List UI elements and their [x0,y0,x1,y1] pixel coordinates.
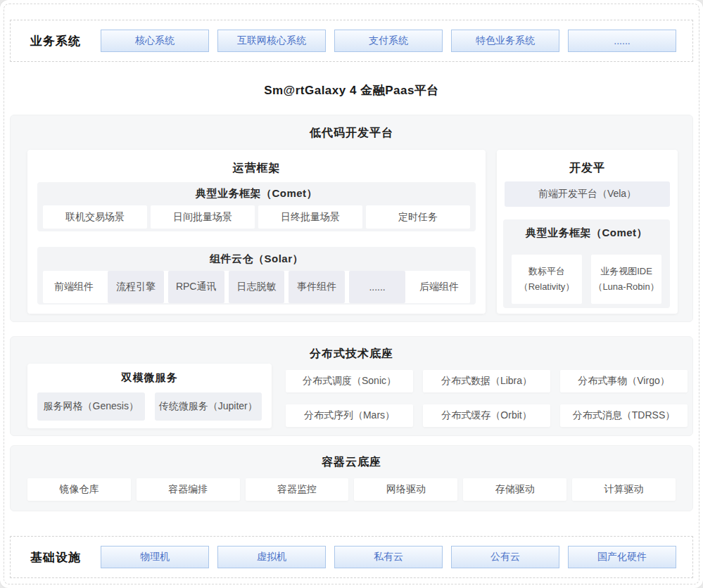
business-systems-chips: 核心系统 互联网核心系统 支付系统 特色业务系统 ...... [101,30,676,52]
container-cloud-title: 容器云底座 [11,446,692,470]
low-code-platform-title: 低代码开发平台 [11,115,692,141]
item-storage-driver: 存储驱动 [463,478,566,501]
distributed-services-grid: 分布式调度（Sonic） 分布式数据（Libra） 分布式事物（Virgo） 分… [286,370,688,427]
dev-platform-title: 开发平 [497,150,678,176]
item-scheduled-tasks: 定时任务 [366,205,470,229]
container-cloud-items: 镜像仓库 容器编排 容器监控 网络驱动 存储驱动 计算驱动 [27,478,676,501]
chip-more-components: ...... [349,271,405,303]
chip-special-business-system: 特色业务系统 [451,30,559,52]
business-systems-label: 业务系统 [11,33,101,49]
architecture-diagram: 业务系统 核心系统 互联网核心系统 支付系统 特色业务系统 ...... Sm@… [0,0,703,588]
chip-private-cloud: 私有云 [334,546,443,568]
chip-physical-machine: 物理机 [101,546,209,568]
chip-log-masking: 日志脱敏 [229,271,285,303]
item-distributed-sequence-mars: 分布式序列（Mars） [286,404,413,427]
item-online-trading: 联机交易场景 [43,205,147,229]
container-cloud-section: 容器云底座 镜像仓库 容器编排 容器监控 网络驱动 存储驱动 计算驱动 [10,445,693,511]
chip-public-cloud: 公有云 [451,546,559,568]
item-backend-components: 后端组件 [408,271,470,303]
chip-rpc-communication: RPC通讯 [168,271,224,303]
comet-framework-panel: 典型业务框架（Comet） 联机交易场景 日间批量场景 日终批量场景 定时任务 [37,182,476,231]
solar-component-panel: 组件云仓（Solar） 前端组件 流程引擎 RPC通讯 日志脱敏 事件组件 ..… [37,247,476,305]
platform-title: Sm@rtGalaxy 4 金融Paas平台 [0,82,703,98]
item-compute-driver: 计算驱动 [572,478,676,501]
item-distributed-scheduling-sonic: 分布式调度（Sonic） [286,370,413,392]
item-distributed-cache-orbit: 分布式缓存（Orbit） [423,404,550,427]
item-image-registry: 镜像仓库 [27,478,131,501]
dev-comet-title: 典型业务框架（Comet） [503,219,670,240]
low-code-platform-section: 低代码开发平台 运营框架 典型业务框架（Comet） 联机交易场景 日间批量场景… [10,115,693,322]
item-distributed-messaging-tdrss: 分布式消息（TDRSS） [560,404,688,427]
chip-payment-system: 支付系统 [334,30,443,52]
distributed-base-title: 分布式技术底座 [11,337,692,362]
relativity-code: （Relativity） [519,279,575,295]
chip-more-systems: ...... [568,30,676,52]
operation-framework-title: 运营框架 [27,150,486,176]
dev-comet-panel: 典型业务框架（Comet） 数标平台 （Relativity） 业务视图IDE … [503,219,670,308]
solar-component-bar: 前端组件 流程引擎 RPC通讯 日志脱敏 事件组件 ...... 后端组件 [43,271,470,303]
dual-mode-title: 双模微服务 [27,364,272,385]
comet-framework-items: 联机交易场景 日间批量场景 日终批量场景 定时任务 [37,200,476,229]
item-luna-robin-ide: 业务视图IDE （Luna-Robin） [591,255,661,304]
chip-process-engine: 流程引擎 [108,271,164,303]
item-frontend-components: 前端组件 [43,271,105,303]
item-eod-batch: 日终批量场景 [258,205,362,229]
item-daytime-batch: 日间批量场景 [151,205,255,229]
operation-framework-panel: 运营框架 典型业务框架（Comet） 联机交易场景 日间批量场景 日终批量场景 … [27,150,486,314]
chip-service-mesh-genesis: 服务网格（Genesis） [37,392,145,421]
chip-frontend-dev-platform-vela: 前端开发平台（Vela） [505,181,670,207]
chip-internet-core-system: 互联网核心系统 [217,30,326,52]
infrastructure-band: 基础设施 物理机 虚拟机 私有云 公有云 国产化硬件 [10,536,693,578]
item-container-monitoring: 容器监控 [246,478,349,501]
chip-core-system: 核心系统 [101,30,209,52]
item-container-orchestration: 容器编排 [137,478,240,501]
chip-domestic-hardware: 国产化硬件 [568,546,676,568]
item-distributed-transaction-virgo: 分布式事物（Virgo） [560,370,688,392]
distributed-base-section: 分布式技术底座 双模微服务 服务网格（Genesis） 传统微服务（Jupite… [10,336,693,436]
solar-chips: 流程引擎 RPC通讯 日志脱敏 事件组件 ...... [105,271,408,303]
chip-virtual-machine: 虚拟机 [217,546,326,568]
item-distributed-data-libra: 分布式数据（Libra） [423,370,550,392]
luna-robin-code: （Luna-Robin） [593,279,659,295]
luna-robin-name: 业务视图IDE [600,264,652,279]
infrastructure-label: 基础设施 [11,549,101,565]
dual-mode-microservices-panel: 双模微服务 服务网格（Genesis） 传统微服务（Jupiter） [27,364,272,428]
dev-comet-items: 数标平台 （Relativity） 业务视图IDE （Luna-Robin） [503,240,670,304]
dual-mode-chips: 服务网格（Genesis） 传统微服务（Jupiter） [27,385,272,421]
infrastructure-chips: 物理机 虚拟机 私有云 公有云 国产化硬件 [101,546,676,568]
comet-framework-title: 典型业务框架（Comet） [37,182,476,200]
dev-platform-panel: 开发平 前端开发平台（Vela） 典型业务框架（Comet） 数标平台 （Rel… [497,150,678,314]
item-network-driver: 网络驱动 [354,478,457,501]
solar-component-title: 组件云仓（Solar） [37,247,476,266]
relativity-name: 数标平台 [528,264,565,279]
chip-traditional-microservices-jupiter: 传统微服务（Jupiter） [155,392,262,421]
business-systems-band: 业务系统 核心系统 互联网核心系统 支付系统 特色业务系统 ...... [10,20,693,62]
item-relativity-platform: 数标平台 （Relativity） [512,255,582,304]
chip-event-components: 事件组件 [289,271,345,303]
